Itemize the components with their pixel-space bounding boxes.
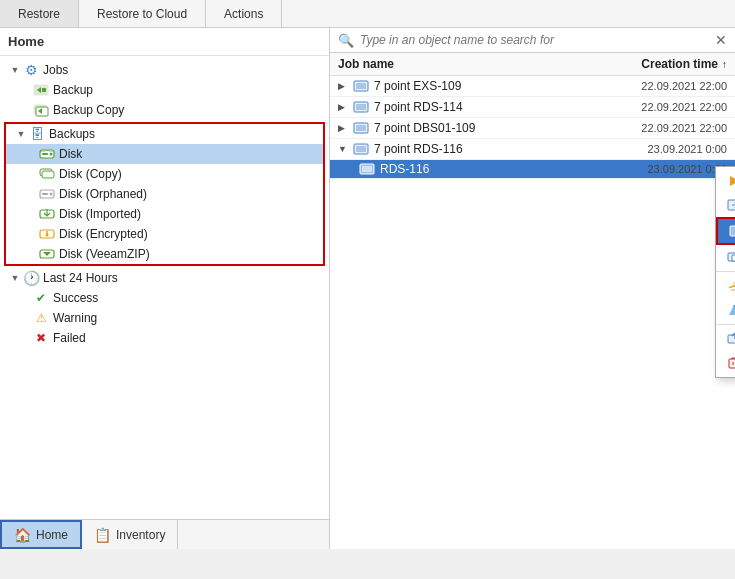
ctx-restore-entire-vm[interactable]: Restore entire VM...: [716, 193, 735, 217]
table-row[interactable]: ▼ 7 point RDS-116 23.09.2021 0:00: [330, 139, 735, 160]
row-arrow-icon: ▶: [338, 81, 352, 91]
sidebar-item-disk-orphaned[interactable]: Disk (Orphaned): [6, 184, 323, 204]
disk-orphaned-label: Disk (Orphaned): [59, 187, 147, 201]
jobs-icon: ⚙: [22, 62, 40, 78]
sidebar-item-disk-veeamzip[interactable]: Disk (VeeamZIP): [6, 244, 323, 264]
sidebar-item-backup-copy[interactable]: Backup Copy: [0, 100, 329, 120]
search-close-icon[interactable]: ✕: [715, 32, 727, 48]
ctx-restore-vm-files[interactable]: Restore VM files...: [716, 217, 735, 245]
backups-arrow: ▼: [14, 129, 28, 139]
svg-rect-19: [356, 104, 366, 110]
table-body: ▶ 7 point EXS-109 22.09.2021 22:00 ▶: [330, 76, 735, 549]
sidebar-header: Home: [0, 28, 329, 56]
backups-section: ▼ 🗄 Backups Disk: [4, 122, 325, 266]
row-name: 7 point DBS01-109: [374, 121, 587, 135]
sidebar-item-disk-copy[interactable]: Disk (Copy): [6, 164, 323, 184]
warning-icon: ⚠: [32, 310, 50, 326]
ctx-delete-disk[interactable]: Delete from disk: [716, 351, 735, 375]
sidebar: Home ▼ ⚙ Jobs Backup: [0, 28, 330, 549]
row-time: 22.09.2021 22:00: [587, 101, 727, 113]
sidebar-item-failed[interactable]: ✖ Failed: [0, 328, 329, 348]
svg-rect-11: [42, 193, 48, 195]
inventory-icon: 📋: [94, 527, 111, 543]
last24-arrow: ▼: [8, 273, 22, 283]
svg-point-10: [50, 193, 53, 196]
vm-icon: [352, 79, 370, 93]
restore-vm-files-icon: [728, 223, 735, 239]
disk-veeamzip-icon: [38, 246, 56, 262]
success-icon: ✔: [32, 290, 50, 306]
backup-copy-label: Backup Copy: [53, 103, 124, 117]
ctx-restore-azure[interactable]: Restore to Microsoft Azure...: [716, 298, 735, 322]
jobs-arrow: ▼: [8, 65, 22, 75]
bottom-nav: 🏠 Home 📋 Inventory: [0, 519, 329, 549]
sort-arrow-icon: ↑: [722, 59, 727, 70]
vm-icon: [352, 121, 370, 135]
right-panel: 🔍 ✕ Job name Creation time ↑ ▶: [330, 28, 735, 549]
sidebar-item-disk-encrypted[interactable]: Disk (Encrypted): [6, 224, 323, 244]
restore-to-cloud-button[interactable]: Restore to Cloud: [79, 0, 206, 27]
row-name: 7 point RDS-116: [374, 142, 587, 156]
vm-icon: [352, 100, 370, 114]
svg-point-5: [50, 153, 53, 156]
disk-encrypted-icon: [38, 226, 56, 242]
restore-entire-vm-icon: [726, 197, 735, 213]
toolbar: Restore Restore to Cloud Actions: [0, 0, 735, 28]
export-backup-icon: [726, 331, 735, 347]
search-input[interactable]: [360, 33, 709, 47]
svg-rect-17: [356, 83, 366, 89]
failed-label: Failed: [53, 331, 86, 345]
disk-imported-label: Disk (Imported): [59, 207, 141, 221]
vm-icon: [352, 142, 370, 156]
success-label: Success: [53, 291, 98, 305]
row-time: 22.09.2021 22:00: [587, 80, 727, 92]
table-header: Job name Creation time ↑: [330, 53, 735, 76]
ctx-export-backup[interactable]: Export backup...: [716, 327, 735, 351]
sidebar-item-success[interactable]: ✔ Success: [0, 288, 329, 308]
svg-rect-29: [730, 226, 735, 236]
table-row[interactable]: ▶ 7 point RDS-114 22.09.2021 22:00: [330, 97, 735, 118]
svg-rect-6: [42, 153, 48, 155]
sidebar-item-last24[interactable]: ▼ 🕐 Last 24 Hours: [0, 268, 329, 288]
actions-button[interactable]: Actions: [206, 0, 282, 27]
disk-copy-label: Disk (Copy): [59, 167, 122, 181]
restore-button[interactable]: Restore: [0, 0, 79, 27]
svg-rect-23: [356, 146, 366, 152]
search-bar: 🔍 ✕: [330, 28, 735, 53]
sub-row-name: RDS-116: [380, 162, 587, 176]
backups-icon: 🗄: [28, 126, 46, 142]
disk-label: Disk: [59, 147, 82, 161]
row-arrow-icon: ▼: [338, 144, 352, 154]
sub-vm-icon: [358, 162, 376, 176]
svg-marker-26: [730, 176, 735, 186]
ctx-restore-amazon[interactable]: Restore to Amazon EC2...: [716, 274, 735, 298]
svg-rect-1: [42, 88, 46, 92]
sidebar-item-disk-imported[interactable]: Disk (Imported): [6, 204, 323, 224]
disk-imported-icon: [38, 206, 56, 222]
azure-icon: [726, 302, 735, 318]
table-row[interactable]: ▶ 7 point EXS-109 22.09.2021 22:00: [330, 76, 735, 97]
sidebar-item-backup[interactable]: Backup: [0, 80, 329, 100]
table-sub-row[interactable]: RDS-116 23.09.2021 0:01: [330, 160, 735, 179]
table-row[interactable]: ▶ 7 point DBS01-109 22.09.2021 22:00: [330, 118, 735, 139]
col-job-name: Job name: [338, 57, 587, 71]
sidebar-item-disk[interactable]: Disk: [6, 144, 323, 164]
ctx-instant-recovery[interactable]: Instant Recovery...: [716, 169, 735, 193]
row-name: 7 point EXS-109: [374, 79, 587, 93]
sidebar-item-warning[interactable]: ⚠ Warning: [0, 308, 329, 328]
row-time: 22.09.2021 22:00: [587, 122, 727, 134]
ctx-separator-2: [716, 324, 735, 325]
last24-label: Last 24 Hours: [43, 271, 118, 285]
backup-label: Backup: [53, 83, 93, 97]
sidebar-item-backups[interactable]: ▼ 🗄 Backups: [6, 124, 323, 144]
nav-inventory[interactable]: 📋 Inventory: [82, 520, 178, 549]
ctx-restore-guest-files[interactable]: Restore guest files ▶: [716, 245, 735, 269]
nav-home[interactable]: 🏠 Home: [0, 520, 82, 549]
instant-recovery-icon: [726, 173, 735, 189]
sub-row-time: 23.09.2021 0:01: [587, 163, 727, 175]
sidebar-item-jobs[interactable]: ▼ ⚙ Jobs: [0, 60, 329, 80]
svg-rect-33: [728, 335, 735, 343]
backups-label: Backups: [49, 127, 95, 141]
svg-rect-21: [356, 125, 366, 131]
disk-orphaned-icon: [38, 186, 56, 202]
